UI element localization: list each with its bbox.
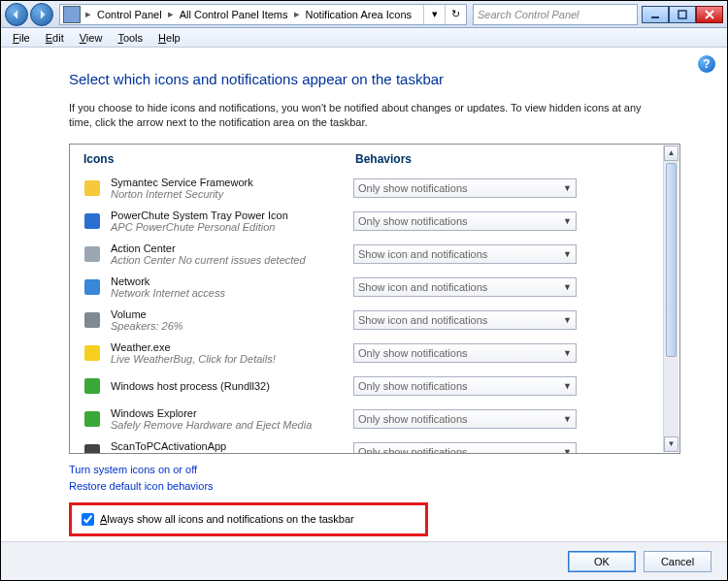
maximize-button[interactable] bbox=[669, 6, 696, 23]
location-icon bbox=[63, 6, 81, 23]
behavior-select[interactable]: Show icon and notifications▼ bbox=[353, 244, 577, 264]
app-icon bbox=[83, 443, 101, 453]
menu-view[interactable]: View bbox=[72, 32, 111, 44]
search-input[interactable]: Search Control Panel bbox=[473, 4, 638, 25]
chevron-right-icon[interactable]: ▸ bbox=[292, 8, 302, 20]
forward-button[interactable] bbox=[30, 3, 53, 26]
list-item: PowerChute System Tray Power IconAPC Pow… bbox=[83, 205, 648, 238]
item-name: Symantec Service Framework bbox=[111, 177, 353, 188]
titlebar: ▸ Control Panel ▸ All Control Panel Item… bbox=[1, 1, 727, 28]
icon-list: Symantec Service FrameworkNorton Interne… bbox=[70, 172, 662, 453]
list-item: Action CenterAction Center No current is… bbox=[83, 238, 648, 271]
app-icon bbox=[83, 245, 101, 263]
list-item: Weather.exeLive WeatherBug, Click for De… bbox=[83, 337, 648, 370]
breadcrumb-control-panel[interactable]: Control Panel bbox=[93, 9, 166, 20]
scroll-down-icon[interactable]: ▼ bbox=[664, 436, 678, 452]
cancel-button[interactable]: Cancel bbox=[644, 551, 711, 572]
app-icon bbox=[83, 344, 101, 362]
chevron-right-icon[interactable]: ▸ bbox=[83, 8, 93, 20]
menu-tools[interactable]: Tools bbox=[110, 32, 150, 44]
behavior-select[interactable]: Only show notifications▼ bbox=[353, 178, 577, 198]
address-bar[interactable]: ▸ Control Panel ▸ All Control Panel Item… bbox=[59, 4, 467, 25]
item-subtext: Speakers: 26% bbox=[111, 320, 353, 332]
item-name: Action Center bbox=[111, 242, 353, 254]
behavior-select[interactable]: Show icon and notifications▼ bbox=[353, 277, 577, 297]
menu-file[interactable]: File bbox=[5, 32, 38, 44]
chevron-down-icon: ▼ bbox=[563, 447, 572, 453]
item-name: Network bbox=[111, 275, 353, 287]
always-show-label[interactable]: Always show all icons and notifications … bbox=[82, 513, 415, 526]
behavior-select[interactable]: Only show notifications▼ bbox=[353, 409, 577, 429]
link-system-icons[interactable]: Turn system icons on or off bbox=[69, 464, 197, 475]
app-icon bbox=[83, 311, 101, 329]
item-subtext: APC PowerChute Personal Edition bbox=[111, 221, 353, 233]
app-icon bbox=[83, 278, 101, 296]
breadcrumb-notification-area[interactable]: Notification Area Icons bbox=[302, 9, 415, 20]
chevron-down-icon: ▼ bbox=[563, 315, 572, 325]
behavior-value: Only show notifications bbox=[358, 215, 468, 227]
scrollbar[interactable]: ▲ ▼ bbox=[663, 145, 678, 452]
item-subtext: Safely Remove Hardware and Eject Media bbox=[111, 419, 353, 431]
behavior-value: Show icon and notifications bbox=[358, 281, 487, 293]
behavior-select[interactable]: Only show notifications▼ bbox=[353, 211, 577, 231]
search-placeholder: Search Control Panel bbox=[478, 9, 579, 20]
behavior-select[interactable]: Only show notifications▼ bbox=[353, 442, 577, 453]
scroll-up-icon[interactable]: ▲ bbox=[664, 145, 678, 161]
app-icon bbox=[83, 377, 101, 395]
menu-edit[interactable]: Edit bbox=[38, 32, 72, 44]
item-name: Weather.exe bbox=[111, 341, 353, 353]
chevron-down-icon: ▼ bbox=[563, 249, 572, 259]
behavior-value: Only show notifications bbox=[358, 380, 468, 392]
item-name: PowerChute System Tray Power Icon bbox=[111, 210, 353, 221]
chevron-down-icon: ▼ bbox=[563, 348, 572, 358]
page-title: Select which icons and notifications app… bbox=[69, 71, 680, 87]
behavior-select[interactable]: Show icon and notifications▼ bbox=[353, 310, 577, 330]
list-item: ScanToPCActivationAppScan to Computer is… bbox=[83, 436, 648, 453]
chevron-down-icon: ▼ bbox=[563, 282, 572, 292]
behavior-value: Only show notifications bbox=[358, 347, 468, 359]
list-item: Symantec Service FrameworkNorton Interne… bbox=[83, 172, 648, 205]
minimize-button[interactable] bbox=[642, 6, 669, 23]
column-header-icons: Icons bbox=[83, 152, 355, 166]
ok-button[interactable]: OK bbox=[568, 551, 636, 572]
content-area: ? Select which icons and notifications a… bbox=[1, 48, 727, 541]
help-icon[interactable]: ? bbox=[698, 55, 715, 73]
svg-rect-1 bbox=[678, 11, 686, 18]
app-icon bbox=[83, 179, 101, 197]
breadcrumb-all-items[interactable]: All Control Panel Items bbox=[176, 9, 292, 20]
list-item: VolumeSpeakers: 26%Show icon and notific… bbox=[83, 304, 648, 337]
behavior-value: Show icon and notifications bbox=[358, 248, 487, 260]
behavior-value: Only show notifications bbox=[358, 182, 468, 194]
link-restore-defaults[interactable]: Restore default icon behaviors bbox=[69, 480, 214, 492]
menu-bar: File Edit View Tools Help bbox=[1, 28, 727, 48]
item-name: Windows Explorer bbox=[111, 407, 353, 419]
behavior-select[interactable]: Only show notifications▼ bbox=[353, 376, 577, 396]
refresh-icon[interactable]: ↻ bbox=[445, 5, 466, 24]
list-item: Windows host process (Rundll32)Only show… bbox=[83, 370, 648, 403]
always-show-checkbox[interactable] bbox=[82, 513, 94, 526]
always-show-text: Always show all icons and notifications … bbox=[100, 513, 354, 525]
item-subtext: Network Internet access bbox=[111, 287, 353, 299]
scroll-thumb[interactable] bbox=[666, 163, 677, 357]
item-subtext: Action Center No current issues detected bbox=[111, 254, 353, 266]
chevron-down-icon: ▼ bbox=[563, 183, 572, 193]
behavior-select[interactable]: Only show notifications▼ bbox=[353, 343, 577, 363]
behavior-value: Only show notifications bbox=[358, 446, 468, 453]
item-subtext: Scan to Computer is currently unavailabl… bbox=[111, 452, 353, 453]
chevron-down-icon: ▼ bbox=[563, 381, 572, 391]
list-item: NetworkNetwork Internet accessShow icon … bbox=[83, 271, 648, 304]
item-name: Windows host process (Rundll32) bbox=[111, 380, 353, 392]
item-name: ScanToPCActivationApp bbox=[111, 440, 353, 452]
always-show-row: Always show all icons and notifications … bbox=[69, 502, 428, 536]
chevron-right-icon[interactable]: ▸ bbox=[166, 8, 176, 20]
chevron-down-icon: ▼ bbox=[563, 216, 572, 226]
behavior-value: Show icon and notifications bbox=[358, 314, 487, 326]
svg-rect-0 bbox=[651, 16, 659, 18]
dropdown-history-icon[interactable]: ▾ bbox=[423, 5, 445, 24]
close-button[interactable] bbox=[696, 6, 723, 23]
column-header-behaviors: Behaviors bbox=[355, 152, 412, 166]
menu-help[interactable]: Help bbox=[150, 32, 188, 44]
icon-list-box: Icons Behaviors Symantec Service Framewo… bbox=[69, 144, 680, 454]
page-subtitle: If you choose to hide icons and notifica… bbox=[69, 101, 661, 130]
back-button[interactable] bbox=[5, 3, 28, 26]
